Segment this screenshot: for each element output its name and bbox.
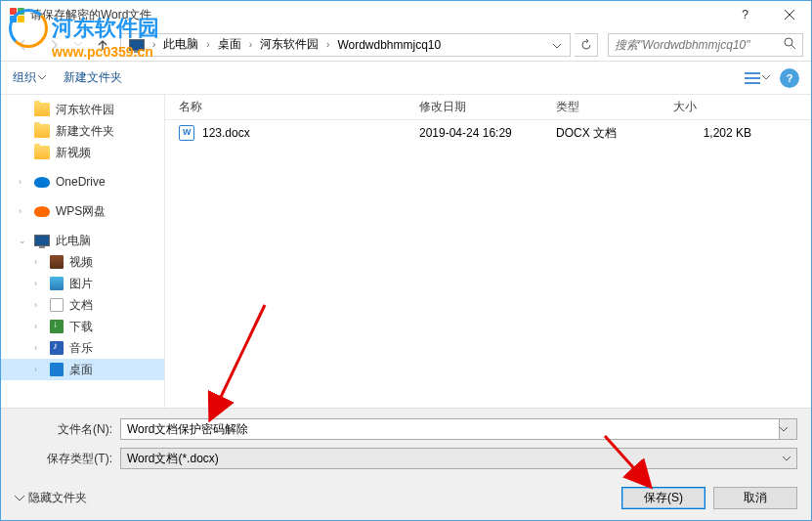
sidebar-item-folder[interactable]: 河东软件园 [1, 99, 164, 120]
close-icon [785, 10, 794, 20]
file-row[interactable]: 123.docx 2019-04-24 16:29 DOCX 文档 1,202 … [165, 120, 811, 146]
sidebar-item-folder[interactable]: 新建文件夹 [1, 120, 164, 142]
chevron-right-icon: › [149, 39, 159, 50]
close-button[interactable] [767, 1, 811, 28]
svg-rect-3 [745, 82, 760, 84]
search-icon[interactable] [784, 37, 796, 53]
sidebar-item-wps[interactable]: ›WPS网盘 [1, 200, 164, 222]
breadcrumb-segment[interactable]: 桌面 [214, 34, 245, 56]
breadcrumb[interactable]: › 此电脑 › 桌面 › 河东软件园 › Wordwdbhmmjcq10 [120, 33, 571, 57]
arrow-up-icon [95, 37, 110, 53]
save-form: 文件名(N): 保存类型(T): Word文档(*.docx) 隐藏文件夹 保存… [1, 408, 811, 521]
toolbar: 组织 新建文件夹 ? [1, 62, 811, 95]
column-type[interactable]: 类型 [556, 99, 673, 115]
column-size[interactable]: 大小 [673, 99, 771, 115]
file-date: 2019-04-24 16:29 [419, 126, 556, 140]
breadcrumb-dropdown[interactable] [548, 38, 566, 52]
picture-icon [50, 277, 64, 290]
folder-icon [34, 146, 50, 159]
wps-icon [34, 206, 50, 217]
chevron-down-icon [783, 456, 791, 461]
chevron-right-icon: › [202, 39, 213, 50]
chevron-down-icon [38, 75, 46, 80]
breadcrumb-segment[interactable]: 此电脑 [159, 34, 202, 56]
sidebar-item-videos[interactable]: ›视频 [1, 251, 164, 273]
up-button[interactable] [89, 32, 116, 58]
svg-point-0 [785, 38, 792, 46]
chevron-down-icon [762, 75, 770, 80]
document-icon [50, 298, 64, 312]
view-icon [745, 72, 760, 84]
chevron-down-icon [780, 427, 788, 432]
sidebar-item-folder[interactable]: 新视频 [1, 142, 164, 163]
download-icon: ↓ [50, 320, 64, 333]
back-button[interactable] [9, 32, 36, 58]
filetype-label: 保存类型(T): [15, 451, 120, 467]
folder-icon [34, 124, 50, 138]
list-header: 名称 修改日期 类型 大小 [165, 95, 811, 120]
chevron-right-icon: › [322, 39, 333, 50]
video-icon [50, 255, 64, 269]
sidebar-item-thispc[interactable]: ⌄此电脑 [1, 230, 164, 251]
main-pane: 河东软件园 新建文件夹 新视频 ›OneDrive ›WPS网盘 ⌄此电脑 ›视… [1, 95, 811, 408]
sidebar: 河东软件园 新建文件夹 新视频 ›OneDrive ›WPS网盘 ⌄此电脑 ›视… [1, 95, 165, 408]
docx-icon [179, 125, 194, 141]
sidebar-item-music[interactable]: ›♪音乐 [1, 337, 164, 359]
breadcrumb-segment[interactable]: Wordwdbhmmjcq10 [333, 34, 445, 56]
window-title: 请保存解密的Word文件 [30, 7, 151, 23]
save-button[interactable]: 保存(S) [621, 487, 705, 509]
cancel-button[interactable]: 取消 [713, 487, 797, 509]
filename-input[interactable] [120, 418, 780, 440]
new-folder-button[interactable]: 新建文件夹 [64, 69, 122, 86]
folder-icon [34, 103, 50, 116]
onedrive-icon [34, 177, 50, 188]
pc-icon [34, 235, 50, 246]
column-name[interactable]: 名称 [165, 99, 419, 115]
titlebar: 请保存解密的Word文件 ? [1, 1, 811, 28]
recent-dropdown[interactable] [71, 32, 85, 58]
search-box[interactable] [608, 33, 803, 57]
sidebar-item-downloads[interactable]: ›↓下载 [1, 316, 164, 337]
expand-arrow-icon: ⌄ [19, 236, 28, 245]
filename-label: 文件名(N): [15, 421, 120, 438]
filetype-select[interactable]: Word文档(*.docx) [120, 448, 797, 469]
desktop-icon [50, 363, 64, 376]
refresh-icon [580, 39, 592, 51]
arrow-left-icon [15, 37, 30, 53]
file-size: 1,202 KB [673, 126, 771, 140]
search-input[interactable] [615, 38, 784, 52]
hide-folders-toggle[interactable]: 隐藏文件夹 [15, 490, 87, 506]
chevron-down-icon [74, 42, 82, 47]
file-name: 123.docx [202, 126, 250, 140]
organize-menu[interactable]: 组织 [13, 69, 46, 86]
help-icon-button[interactable]: ? [780, 68, 799, 88]
pc-icon [125, 34, 149, 56]
arrow-right-icon [46, 37, 62, 53]
forward-button[interactable] [40, 32, 67, 58]
music-icon: ♪ [50, 341, 64, 355]
navbar: › 此电脑 › 桌面 › 河东软件园 › Wordwdbhmmjcq10 [1, 28, 811, 62]
help-button[interactable]: ? [723, 1, 767, 28]
sidebar-item-desktop[interactable]: ›桌面 [1, 359, 164, 380]
expand-arrow-icon: › [19, 177, 28, 187]
svg-rect-1 [745, 72, 760, 74]
sidebar-item-onedrive[interactable]: ›OneDrive [1, 171, 164, 193]
chevron-down-icon [553, 44, 561, 49]
chevron-down-icon [15, 494, 24, 503]
refresh-button[interactable] [575, 33, 598, 57]
expand-arrow-icon: › [19, 206, 28, 216]
view-button[interactable] [745, 72, 770, 84]
svg-rect-2 [745, 77, 760, 79]
file-type: DOCX 文档 [556, 125, 673, 142]
file-list: 名称 修改日期 类型 大小 123.docx 2019-04-24 16:29 … [165, 95, 811, 408]
breadcrumb-segment[interactable]: 河东软件园 [256, 34, 322, 56]
app-icon [9, 7, 24, 22]
sidebar-item-documents[interactable]: ›文档 [1, 294, 164, 316]
sidebar-item-pictures[interactable]: ›图片 [1, 273, 164, 294]
column-date[interactable]: 修改日期 [419, 99, 556, 115]
chevron-right-icon: › [245, 39, 256, 50]
filename-dropdown[interactable] [780, 418, 797, 440]
